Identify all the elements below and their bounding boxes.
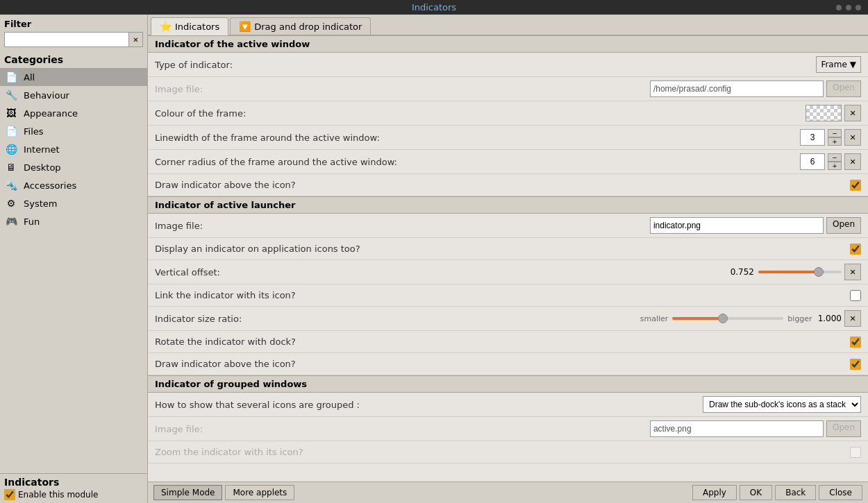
enable-module-checkbox[interactable]: [4, 489, 15, 500]
size-ratio-label: Indicator size ratio:: [155, 314, 640, 324]
fun-icon: 🎮: [4, 214, 18, 228]
row-how-to-show: How to show that several icons are group…: [148, 393, 868, 417]
sidebar-item-fun[interactable]: 🎮 Fun: [0, 212, 147, 230]
linewidth-increase-button[interactable]: +: [828, 137, 842, 146]
image-file-launcher-controls: Open: [650, 217, 861, 234]
linewidth-clear-button[interactable]: ✕: [844, 129, 861, 146]
apply-button[interactable]: Apply: [692, 485, 737, 500]
categories-label: Categories: [0, 50, 147, 68]
all-icon: 📄: [4, 70, 18, 84]
sidebar-bottom-title: Indicators: [4, 477, 143, 488]
size-ratio-slider-container: smaller bigger: [640, 314, 812, 323]
vertical-offset-clear-button[interactable]: ✕: [844, 264, 861, 280]
rotate-checkbox[interactable]: [850, 336, 861, 348]
corner-radius-stepper: − +: [828, 153, 842, 170]
filter-input[interactable]: [4, 32, 129, 47]
tab-drag-drop[interactable]: 🔽 Drag and drop indicator: [230, 17, 371, 35]
row-vertical-offset: Vertical offset: 0.752 ✕: [148, 260, 868, 284]
image-file-open-button: Open: [826, 80, 861, 97]
sidebar-item-desktop[interactable]: 🖥 Desktop: [0, 158, 147, 176]
tabs-bar: ⭐ Indicators 🔽 Drag and drop indicator: [148, 15, 868, 35]
sidebar-bottom: Indicators Enable this module: [0, 473, 147, 503]
tab-indicators[interactable]: ⭐ Indicators: [151, 17, 228, 35]
type-indicator-controls: Frame ▼: [816, 56, 861, 73]
more-applets-button[interactable]: More applets: [225, 485, 294, 500]
linewidth-label: Linewidth of the frame around the active…: [155, 133, 800, 143]
corner-radius-input[interactable]: [800, 153, 825, 170]
filter-label: Filter: [4, 19, 143, 29]
sidebar-item-label-desktop: Desktop: [24, 162, 61, 173]
sidebar-item-all[interactable]: 📄 All: [0, 68, 147, 86]
draw-above-checkbox[interactable]: [850, 180, 861, 191]
sidebar-item-behaviour[interactable]: 🔧 Behaviour: [0, 86, 147, 104]
corner-radius-decrease-button[interactable]: −: [828, 153, 842, 162]
titlebar-dot-2: [846, 5, 851, 10]
size-ratio-slider[interactable]: [672, 317, 783, 320]
row-link-indicator: Link the indicator with its icon?: [148, 284, 868, 307]
enable-module-row: Enable this module: [4, 489, 143, 500]
sidebar-item-internet[interactable]: 🌐 Internet: [0, 140, 147, 158]
simple-mode-button[interactable]: Simple Mode: [153, 485, 222, 500]
behaviour-icon: 🔧: [4, 88, 18, 102]
sidebar-scroll: 📄 All 🔧 Behaviour 🖼 Appearance 📄 Files 🌐…: [0, 68, 147, 271]
image-file-input: [650, 80, 824, 97]
display-indicator-controls: [850, 244, 861, 255]
link-indicator-controls: [850, 290, 861, 301]
image-file-grouped-label: Image file:: [155, 424, 650, 434]
size-ratio-controls: smaller bigger 1.000 ✕: [640, 310, 861, 327]
row-draw-above-launcher: Draw indicator above the icon?: [148, 353, 868, 375]
tab-indicators-label: Indicators: [175, 22, 219, 32]
tab-drag-drop-label: Drag and drop indicator: [254, 22, 362, 32]
draw-above-launcher-label: Draw indicator above the icon?: [155, 359, 850, 369]
titlebar-title: Indicators: [412, 2, 456, 12]
draw-above-launcher-controls: [850, 359, 861, 370]
row-display-indicator: Display an indicator on application icon…: [148, 238, 868, 260]
sidebar-item-system[interactable]: ⚙ System: [0, 194, 147, 212]
sidebar-item-label-all: All: [24, 72, 35, 83]
vertical-offset-slider[interactable]: [758, 271, 842, 273]
type-indicator-dropdown[interactable]: Frame ▼: [816, 56, 861, 73]
sidebar-item-label-behaviour: Behaviour: [24, 90, 69, 101]
back-button[interactable]: Back: [775, 485, 816, 500]
row-zoom-indicator: Zoom the indicator with its icon?: [148, 441, 868, 463]
zoom-indicator-checkbox: [850, 447, 861, 458]
indicators-tab-icon: ⭐: [160, 21, 172, 32]
sidebar-item-files[interactable]: 📄 Files: [0, 122, 147, 140]
draw-above-launcher-checkbox[interactable]: [850, 359, 861, 370]
sidebar-item-appearance[interactable]: 🖼 Appearance: [0, 104, 147, 122]
size-ratio-clear-button[interactable]: ✕: [844, 310, 861, 327]
colour-clear-button[interactable]: ✕: [844, 105, 861, 121]
colour-picker[interactable]: [806, 105, 842, 121]
linewidth-input[interactable]: [800, 129, 825, 146]
link-indicator-checkbox[interactable]: [850, 290, 861, 301]
image-file-launcher-open-button[interactable]: Open: [826, 217, 861, 234]
row-type-indicator: Type of indicator: Frame ▼: [148, 53, 868, 77]
section-active-launcher-header: Indicator of active launcher: [148, 196, 868, 214]
row-rotate: Rotate the indicator with dock?: [148, 331, 868, 353]
display-indicator-label: Display an indicator on application icon…: [155, 244, 850, 254]
colour-frame-label: Colour of the frame:: [155, 108, 806, 119]
display-indicator-checkbox[interactable]: [850, 244, 861, 255]
system-icon: ⚙: [4, 196, 18, 210]
corner-radius-clear-button[interactable]: ✕: [844, 153, 861, 170]
row-size-ratio: Indicator size ratio: smaller bigger 1.0…: [148, 307, 868, 331]
clear-filter-button[interactable]: ✕: [129, 32, 143, 47]
row-image-file-launcher: Image file: Open: [148, 214, 868, 238]
ok-button[interactable]: OK: [740, 485, 772, 500]
corner-radius-increase-button[interactable]: +: [828, 162, 842, 170]
size-ratio-bigger-label: bigger: [787, 314, 812, 323]
sidebar-item-accessories[interactable]: 🔩 Accessories: [0, 176, 147, 194]
sidebar-item-label-files: Files: [24, 126, 44, 137]
linewidth-decrease-button[interactable]: −: [828, 129, 842, 137]
image-file-launcher-input[interactable]: [650, 217, 824, 234]
how-to-show-dropdown[interactable]: Draw the sub-dock's icons as a stack: [703, 396, 861, 413]
close-button[interactable]: Close: [819, 485, 862, 500]
row-colour-frame: Colour of the frame: ✕: [148, 101, 868, 126]
image-file-grouped-input: [650, 420, 824, 437]
row-draw-above: Draw indicator above the icon?: [148, 174, 868, 196]
linewidth-controls: − + ✕: [800, 129, 861, 146]
drag-drop-tab-icon: 🔽: [239, 21, 251, 32]
how-to-show-label: How to show that several icons are group…: [155, 400, 703, 410]
content-area: ⭐ Indicators 🔽 Drag and drop indicator I…: [148, 15, 868, 503]
link-indicator-label: Link the indicator with its icon?: [155, 290, 850, 300]
